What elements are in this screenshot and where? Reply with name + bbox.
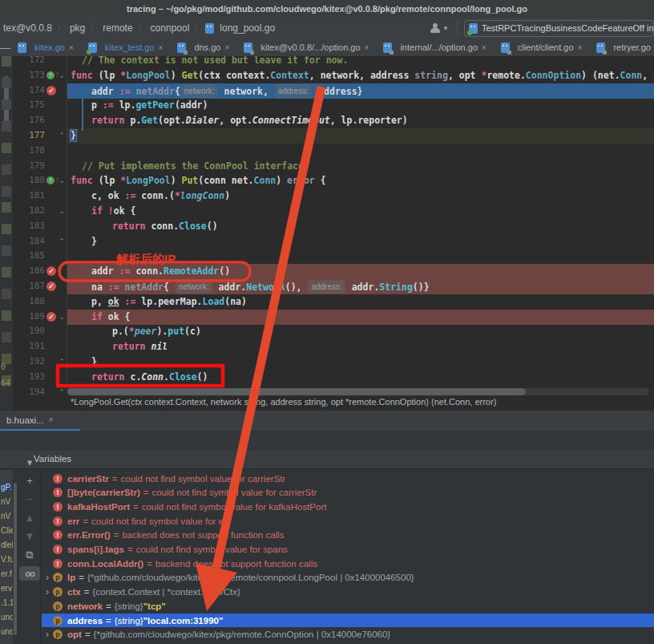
duplicate-watch-button[interactable]: ⧉ — [19, 548, 40, 562]
fold-marker-icon[interactable]: ⌄ — [58, 205, 66, 217]
frame-item-clipped[interactable]: er.f — [1, 569, 13, 578]
fold-marker-icon[interactable]: ⌃ — [58, 386, 66, 399]
debug-session-tab[interactable]: b.huaxi... × — [0, 411, 60, 429]
close-icon[interactable]: × — [578, 43, 583, 52]
fold-marker-icon[interactable]: ⌃ — [58, 355, 66, 368]
variable-row-ctx[interactable]: ›pctx={context.Context | *context.timerC… — [42, 585, 654, 599]
code-text[interactable]: } — [71, 129, 76, 143]
close-icon[interactable]: × — [224, 43, 229, 52]
variable-row-carrierstr[interactable]: !carrierStr=could not find symbol value … — [42, 472, 654, 485]
clipped-frames-list[interactable]: gP.nVnVCliedleIV.fuer.ferv.1.1uncunc — [0, 470, 13, 644]
code-text[interactable]: if !ok { — [91, 205, 135, 218]
frame-item-clipped[interactable]: nV — [1, 512, 13, 520]
variable-row-opt[interactable]: ›popt={*github.com/cloudwego/kitex/pkg/r… — [42, 628, 654, 642]
breadcrumb-item-remote[interactable]: remote — [101, 22, 134, 34]
variable-row-spans-i-tags[interactable]: !spans[i].tags=could not find symbol val… — [42, 543, 654, 557]
run-configuration-select[interactable]: TestRPCTracingBusinessCodeFeatureOff in … — [464, 20, 654, 37]
verified-breakpoint-icon[interactable]: ✓ — [46, 281, 56, 291]
tab-overflow-dash-icon[interactable]: — — [0, 38, 10, 56]
chevron-down-icon[interactable]: ▼ — [442, 25, 449, 32]
editor-tab-dns-go[interactable]: dns.go× — [170, 38, 236, 56]
variable-row-network[interactable]: pnetwork={string} "tcp" — [42, 599, 654, 613]
variable-row-lp[interactable]: ›plp={*github.com/cloudwego/kitex/pkg/re… — [42, 571, 654, 585]
fold-marker-icon[interactable]: ⌃ — [58, 129, 66, 142]
close-icon[interactable]: × — [482, 43, 486, 52]
code-text[interactable]: addr := conn.RemoteAddr() — [91, 265, 230, 278]
close-icon[interactable]: × — [69, 43, 74, 52]
fold-marker-icon[interactable]: ⌄ — [58, 69, 66, 82]
frame-item-clipped[interactable]: Clie — [1, 526, 13, 535]
expand-chevron-icon[interactable]: › — [42, 629, 53, 640]
code-text[interactable]: } — [91, 355, 97, 369]
breadcrumb-item-pkg[interactable]: pkg — [68, 22, 87, 34]
code-text[interactable]: func (lp *LongPool) Put(conn net.Conn) e… — [71, 174, 326, 188]
variable-row--byte-carrierstr-[interactable]: ![]byte(carrierStr)=could not find symbo… — [42, 486, 654, 500]
code-text[interactable]: // Put implements the ConnPool interface… — [82, 160, 309, 173]
line-number: 182 — [13, 205, 45, 216]
editor-tab-kitex-go[interactable]: kitex.go× — [10, 38, 81, 56]
frame-item-clipped[interactable]: .1.1 — [1, 598, 13, 607]
editor-tab-kitex-v0-0-8-option-go[interactable]: kitex@v0.0.8/.../option.go× — [236, 38, 376, 56]
breadcrumb-item-tex-v0-0-8[interactable]: tex@v0.0.8 — [2, 22, 54, 34]
show-watches-toggle[interactable]: oo — [19, 566, 40, 581]
code-text[interactable]: // The context is not used but leave it … — [82, 56, 348, 67]
frames-scrollbar[interactable] — [14, 483, 17, 635]
code-line-193: 193return c.Conn.Close() — [0, 370, 654, 385]
frames-collapse-icon[interactable]: ▾ — [19, 456, 40, 470]
equals-sign: = — [143, 488, 149, 497]
frame-item-clipped[interactable]: unc — [1, 627, 13, 636]
code-text[interactable]: p.(*peer).put(c) — [112, 325, 201, 338]
code-text[interactable]: return p.Get(opt.Dialer, opt.ConnectTime… — [91, 114, 408, 128]
code-text[interactable]: if ok { — [91, 310, 130, 324]
variable-row-kafkahostport[interactable]: !kafkaHostPort=could not find symbol val… — [42, 500, 654, 513]
code-text[interactable]: } — [91, 235, 97, 249]
variable-row-address[interactable]: paddress={string} "local.com:31990" — [42, 614, 654, 627]
code-text[interactable]: c, ok := conn.(*longConn) — [91, 189, 230, 203]
verified-breakpoint-icon[interactable]: ✓ — [46, 266, 56, 276]
watch-error-message: backend does not support function calls — [122, 530, 284, 540]
ide-window: tracing – ~/go/pkg/mod/github.com/cloudw… — [0, 0, 654, 644]
code-text[interactable]: func (lp *LongPool) Get(ctx context.Cont… — [71, 69, 654, 83]
user-profile-icon[interactable] — [430, 22, 441, 34]
code-text[interactable]: return nil — [112, 340, 168, 354]
breadcrumb-item-long-pool-go[interactable]: long_pool.go — [218, 22, 277, 34]
horizontal-scrollbar-thumb[interactable] — [67, 388, 526, 395]
fold-marker-icon[interactable]: ⌄ — [58, 310, 66, 323]
frame-item-clipped[interactable]: dleI — [1, 541, 13, 549]
breadcrumb-item-connpool[interactable]: connpool — [149, 22, 192, 34]
close-icon[interactable]: × — [49, 415, 54, 424]
editor-tab-internal-option-go[interactable]: internal/.../option.go× — [376, 38, 493, 56]
close-icon[interactable]: × — [159, 43, 164, 52]
move-watch-down-button[interactable]: ▼ — [19, 529, 40, 544]
expand-chevron-icon[interactable]: › — [42, 572, 53, 583]
move-watch-up-button[interactable]: ▲ — [19, 511, 40, 525]
code-text[interactable]: p := lp.getPeer(addr) — [91, 99, 208, 112]
fold-marker-icon[interactable]: ⌄ — [58, 174, 66, 187]
variable-row-err-error-[interactable]: !err.Error()=backend does not support fu… — [42, 529, 654, 542]
code-text[interactable]: return conn.Close() — [112, 220, 218, 233]
remove-watch-button[interactable]: − — [19, 492, 40, 507]
close-icon[interactable]: × — [365, 43, 369, 52]
code-text[interactable]: p, ok := lp.peerMap.Load(na) — [91, 295, 247, 309]
verified-breakpoint-icon[interactable]: ✓ — [46, 312, 56, 322]
frame-item-clipped[interactable]: gP. — [1, 483, 13, 492]
add-watch-button[interactable]: + — [19, 474, 40, 488]
frame-item-clipped[interactable]: V.fu — [1, 555, 13, 564]
go-file-icon — [244, 43, 252, 53]
code-text[interactable]: na := netAddr{ network: addr.Network(), … — [91, 280, 430, 294]
frame-item-clipped[interactable]: erv — [1, 584, 13, 593]
fold-marker-icon[interactable]: ⌃ — [58, 235, 66, 248]
editor-tab-client-client-go[interactable]: client/client.go× — [494, 38, 590, 56]
expand-chevron-icon[interactable]: › — [42, 586, 53, 597]
verified-breakpoint-icon[interactable]: ✓ — [46, 86, 56, 95]
code-line-191: 191return nil — [0, 339, 654, 354]
editor-tab-retryer-go[interactable]: retryer.go× — [589, 38, 654, 56]
variable-row-conn-localaddr-[interactable]: !conn.LocalAddr()=backend does not suppo… — [42, 557, 654, 570]
code-text[interactable]: return c.Conn.Close() — [91, 371, 208, 384]
variable-row-err[interactable]: !err=could not find symbol value for err — [42, 514, 654, 528]
editor-tab-kitex-test-go[interactable]: kitex_test.go× — [81, 38, 171, 56]
frame-item-clipped[interactable]: unc — [1, 613, 13, 622]
frame-item-clipped[interactable]: nV — [1, 497, 13, 506]
code-editor[interactable]: 064 172// The context is not used but le… — [0, 56, 654, 410]
code-text[interactable]: addr := netAddr{network: network, addres… — [91, 84, 363, 99]
